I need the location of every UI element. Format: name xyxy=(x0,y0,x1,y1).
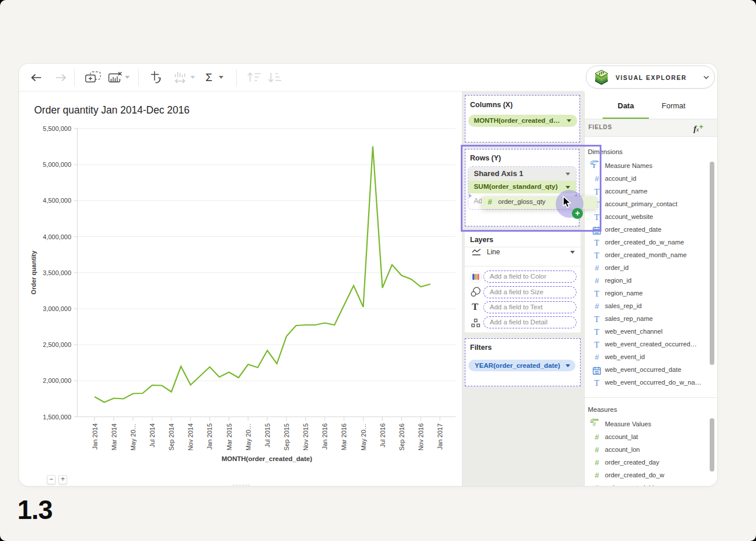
svg-text:Order quantity: Order quantity xyxy=(30,250,37,295)
svg-text:Sep 2015: Sep 2015 xyxy=(283,423,290,451)
svg-text:May 20…: May 20… xyxy=(130,423,137,451)
svg-text:1,500,000: 1,500,000 xyxy=(43,414,71,421)
svg-text:3,500,000: 3,500,000 xyxy=(43,269,71,276)
svg-text:Nov 2016: Nov 2016 xyxy=(417,423,424,451)
svg-text:3,000,000: 3,000,000 xyxy=(43,305,71,312)
svg-text:Mar 2016: Mar 2016 xyxy=(340,423,347,450)
svg-text:May 20…: May 20… xyxy=(245,423,252,451)
svg-text:5,500,000: 5,500,000 xyxy=(43,125,71,132)
svg-text:Jan 2017: Jan 2017 xyxy=(436,423,443,449)
svg-text:4,000,000: 4,000,000 xyxy=(43,233,71,240)
svg-text:Jan 2016: Jan 2016 xyxy=(321,423,328,449)
svg-text:MONTH(order_created_date): MONTH(order_created_date) xyxy=(222,455,313,462)
svg-text:Nov 2015: Nov 2015 xyxy=(302,423,309,451)
svg-text:4,500,000: 4,500,000 xyxy=(43,197,71,204)
svg-text:Mar 2014: Mar 2014 xyxy=(111,423,118,450)
svg-text:Jul 2014: Jul 2014 xyxy=(149,423,156,448)
svg-text:2,000,000: 2,000,000 xyxy=(43,377,71,384)
svg-text:Jan 2014: Jan 2014 xyxy=(91,423,98,449)
svg-text:Jul 2016: Jul 2016 xyxy=(379,423,386,448)
svg-text:2,500,000: 2,500,000 xyxy=(43,341,71,348)
svg-text:Sep 2016: Sep 2016 xyxy=(398,423,405,451)
svg-text:#: # xyxy=(593,421,596,427)
svg-text:Nov 2014: Nov 2014 xyxy=(187,423,194,451)
svg-text:Mar 2015: Mar 2015 xyxy=(226,423,233,450)
svg-text:5,000,000: 5,000,000 xyxy=(43,161,71,168)
svg-text:Jan 2015: Jan 2015 xyxy=(206,423,213,449)
svg-text:Order quantity Jan 2014-Dec 20: Order quantity Jan 2014-Dec 2016 xyxy=(34,104,190,116)
svg-text:Jul 2015: Jul 2015 xyxy=(264,423,271,448)
svg-text:May 20…: May 20… xyxy=(360,423,367,451)
svg-text:Sep 2014: Sep 2014 xyxy=(168,423,175,451)
